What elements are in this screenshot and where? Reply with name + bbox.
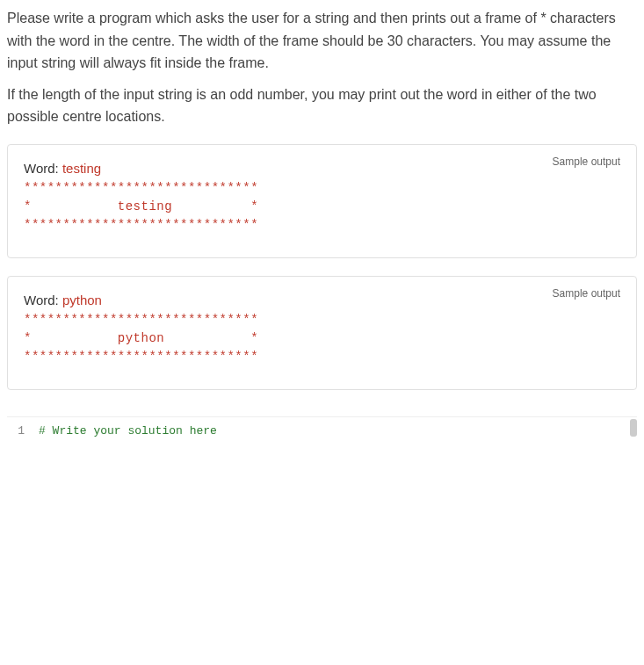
output-line: * testing * (24, 199, 258, 213)
word-prompt-label: Word: (24, 161, 62, 176)
output-line: * python * (24, 331, 258, 345)
sample-output-1: Sample output Word: testing ************… (7, 144, 637, 258)
code-editor[interactable]: 1 # Write your solution here (7, 416, 637, 557)
output-line: ****************************** (24, 313, 258, 327)
line-number-gutter: 1 (7, 417, 32, 557)
word-input-value: python (62, 293, 102, 307)
output-line: ****************************** (24, 218, 258, 232)
code-content[interactable]: # Write your solution here (32, 417, 637, 557)
word-input-value: testing (62, 161, 101, 176)
line-number: 1 (7, 423, 25, 441)
word-prompt-label: Word: (24, 293, 62, 307)
output-line: ****************************** (24, 350, 258, 364)
output-line: ****************************** (24, 181, 258, 195)
instructions-block: Please write a program which asks the us… (7, 7, 637, 128)
sample-output-label: Sample output (553, 286, 620, 302)
sample-content: Word: testing **************************… (24, 159, 620, 235)
sample-output-2: Sample output Word: python *************… (7, 276, 637, 390)
instruction-paragraph-1: Please write a program which asks the us… (7, 7, 637, 75)
sample-output-label: Sample output (553, 154, 620, 170)
scrollbar-thumb[interactable] (630, 419, 637, 437)
sample-content: Word: python ***************************… (24, 291, 620, 366)
instruction-paragraph-2: If the length of the input string is an … (7, 83, 637, 128)
